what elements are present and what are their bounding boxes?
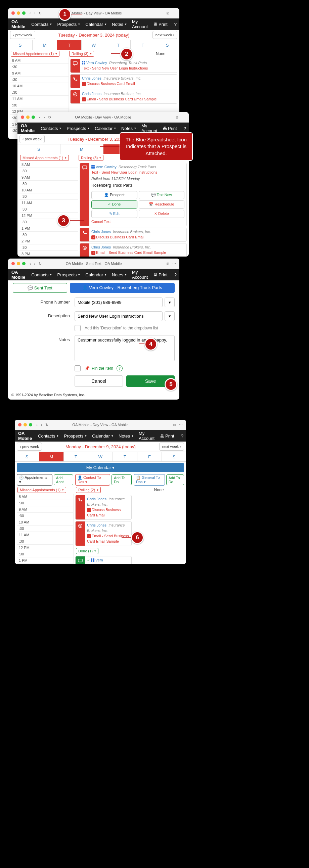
contact-todos-dropdown[interactable]: 👤 Contact To Dos ▾ (75, 474, 110, 486)
desc-dropdown[interactable]: ▾ (164, 311, 175, 321)
spreadsheet-icon (82, 61, 85, 64)
phone-label: Phone Number (13, 298, 74, 305)
day-sun[interactable]: S (8, 40, 33, 50)
todo-card-vern-done[interactable]: ✓ Vern Cowley Rosenberg Truck Parts✎Sent… (75, 556, 132, 564)
my-calendar-dropdown[interactable]: My Calendar ▾ (17, 463, 184, 472)
day-mon[interactable]: M (33, 40, 57, 50)
add-todo-button[interactable]: Add To Do (112, 474, 132, 485)
notes-label: Notes (13, 335, 74, 342)
svg-rect-0 (73, 62, 77, 65)
cast-icon[interactable]: ⎚ (166, 11, 169, 16)
marker-1: 1 (58, 8, 71, 21)
done-button[interactable]: ✓ Done (91, 200, 137, 209)
rolled-from: Rolled from 11/25/24 Monday (91, 175, 184, 182)
day-tabs: S M T W T F S (8, 40, 179, 50)
todo-card-chris-call[interactable]: Chris Jones Insurance Brokers, Inc.◦Disc… (70, 74, 177, 88)
task-link[interactable]: Discuss Business Card Email (87, 82, 135, 86)
todo-card-vern[interactable]: Vern Cowley Rosenberg Truck PartsText - … (70, 59, 177, 73)
reload-icon[interactable]: ↻ (39, 11, 42, 16)
todo-card-vern-expanded[interactable]: Vern Cowley Rosenberg Truck Parts Text -… (80, 163, 187, 226)
menu-help[interactable]: ? (172, 21, 179, 28)
footer: © 1991-2024 by Baseline Data Systems, In… (11, 393, 85, 397)
text-icon (75, 556, 85, 564)
at-icon (70, 90, 80, 103)
priority-icon: ◦ (82, 82, 86, 86)
spreadsheet-icon (91, 165, 95, 168)
desc-label: Description (13, 311, 74, 318)
reschedule-button[interactable]: 📅 Reschedule (139, 200, 185, 209)
day-wed[interactable]: W (82, 40, 106, 50)
marker-5: 5 (164, 378, 177, 391)
cancel-text-link[interactable]: Cancel Text (91, 219, 184, 225)
help-icon[interactable]: ? (117, 365, 123, 371)
company-line: Rosenberg Truck Parts (91, 182, 184, 190)
add-todo-button[interactable]: Add To Do (166, 474, 184, 485)
phone-field[interactable]: Mobile (301) 989-9989 (74, 298, 162, 307)
none-label: None (144, 50, 177, 57)
textnow-button[interactable]: 💬 Text Now (139, 191, 185, 199)
todo-card-chris-email[interactable]: Chris Jones Insurance Brokers, Inc.◦Emai… (70, 90, 177, 104)
window-title: OA Mobile - Day View - OA Mobile (75, 115, 131, 119)
window-title: OA Mobile - Sent Text - OA Mobile (66, 261, 122, 266)
marker-3: 3 (57, 214, 70, 227)
phone-icon (70, 74, 80, 88)
priority-icon: ◦ (82, 97, 86, 101)
text-icon (70, 59, 80, 72)
menubar: OA Mobile Contacts Prospects Calendar No… (8, 19, 179, 30)
marker-6: 6 (131, 531, 144, 544)
svg-point-6 (79, 524, 82, 528)
notes-field[interactable]: Customer successfully logged in and is h… (74, 335, 175, 361)
more-icon[interactable]: ⋯ (172, 11, 176, 16)
fwd-icon[interactable]: › (34, 11, 36, 16)
menu-myaccount[interactable]: My Account (130, 18, 150, 31)
todo-card-chris-call[interactable]: Chris Jones Insurance Brokers, Inc.◦Disc… (80, 228, 187, 242)
svg-rect-3 (83, 166, 87, 169)
date-heading: Tuesday - December 3, 2024 (today) (37, 33, 151, 38)
svg-point-4 (83, 246, 87, 250)
brand: OA Mobile (11, 19, 25, 29)
day-fri[interactable]: F (131, 40, 155, 50)
svg-rect-8 (78, 559, 82, 562)
callout-tooltip: The Blue Spreadsheet Icon Indicates that… (120, 132, 193, 161)
task-link[interactable]: Email - Send Business Card Email Sample (87, 97, 156, 101)
person-button[interactable]: 👤 Vern Cowley - Rosenberg Truck Parts (70, 283, 175, 293)
text-icon (80, 163, 89, 226)
add-appt-button[interactable]: Add Appt (54, 474, 73, 485)
edit-button[interactable]: ✎ Edit (91, 210, 137, 218)
prospect-button[interactable]: 👤 Prospect (91, 191, 137, 199)
add-desc-label: Add this 'Description' to the dropdown l… (85, 326, 158, 331)
check-icon: ✓ (87, 558, 90, 562)
pin-checkbox[interactable] (74, 365, 81, 371)
prev-week-button[interactable]: ‹ prev week (10, 31, 35, 39)
task-link[interactable]: Text - Send New User Login Instructions (82, 66, 148, 70)
spreadsheet-icon (91, 558, 94, 562)
add-desc-checkbox[interactable] (74, 325, 81, 331)
cancel-button[interactable]: Cancel (74, 375, 123, 387)
sent-text-tab[interactable]: 💬 Sent Text (13, 283, 67, 293)
phone-dropdown[interactable]: ▾ (164, 298, 175, 307)
missed-header[interactable]: Missed Appointments (1) (11, 51, 59, 57)
day-tue[interactable]: T (57, 40, 82, 50)
general-todos-dropdown[interactable]: 📋 General To Dos ▾ (134, 474, 165, 486)
menu-notes[interactable]: Notes (110, 21, 129, 28)
prev-week-button[interactable]: ‹ prev week (20, 135, 45, 143)
marker-4: 4 (145, 338, 157, 350)
svg-point-1 (73, 93, 77, 96)
back-icon[interactable]: ‹ (30, 11, 31, 16)
todo-card-chris-email[interactable]: Chris Jones Insurance Brokers, Inc.◦Emai… (80, 243, 187, 256)
menu-print[interactable]: 🖶 Print (151, 21, 169, 28)
pin-label: Pin the Item (92, 366, 113, 371)
desc-field[interactable]: Send New User Login Instructions (74, 311, 162, 321)
menu-calendar[interactable]: Calendar (83, 21, 109, 28)
rolling-header[interactable]: Rolling (3) (69, 51, 94, 57)
appointments-dropdown[interactable]: 🕘 Appointments ▾ (17, 474, 52, 486)
svg-point-7 (80, 525, 81, 527)
window-title: OA Mobile - Day View - OA Mobile (65, 11, 122, 15)
delete-button[interactable]: ✕ Delete (139, 210, 185, 218)
marker-2: 2 (120, 48, 133, 60)
menu-prospects[interactable]: Prospects (55, 21, 82, 28)
next-week-button[interactable]: next week › (153, 31, 177, 39)
done-header[interactable]: Done (1) (76, 548, 98, 554)
menu-contacts[interactable]: Contacts (29, 21, 54, 28)
day-sat[interactable]: S (155, 40, 179, 50)
